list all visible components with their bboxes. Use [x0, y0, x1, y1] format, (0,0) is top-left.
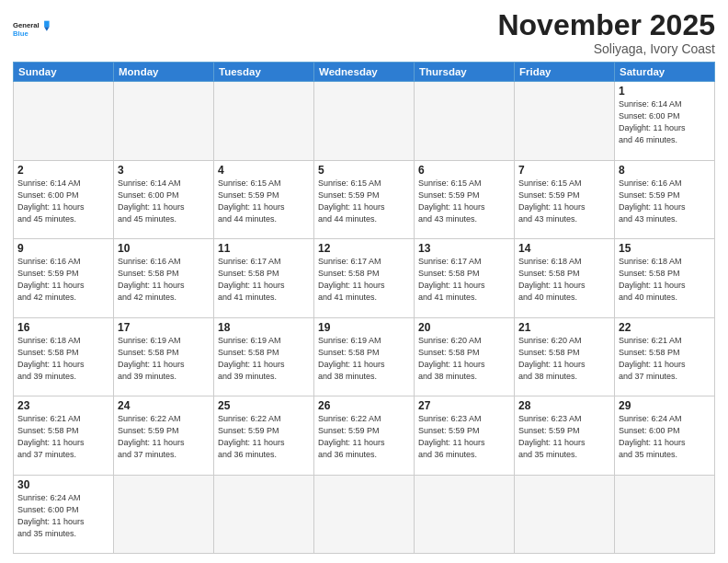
svg-marker-2 [44, 21, 50, 28]
day-number: 16 [17, 321, 109, 334]
day-info: Sunrise: 6:20 AM Sunset: 5:58 PM Dayligh… [418, 335, 510, 383]
table-row: 17Sunrise: 6:19 AM Sunset: 5:58 PM Dayli… [114, 317, 214, 396]
day-info: Sunrise: 6:17 AM Sunset: 5:58 PM Dayligh… [218, 256, 310, 304]
day-info: Sunrise: 6:14 AM Sunset: 6:00 PM Dayligh… [118, 178, 210, 225]
col-saturday: Saturday [615, 63, 715, 82]
day-info: Sunrise: 6:22 AM Sunset: 5:59 PM Dayligh… [218, 413, 310, 461]
svg-text:General: General [13, 21, 40, 29]
day-number: 2 [17, 164, 109, 177]
calendar-table: Sunday Monday Tuesday Wednesday Thursday… [13, 62, 715, 554]
day-number: 21 [518, 321, 610, 334]
day-number: 22 [619, 321, 711, 334]
day-number: 4 [218, 164, 310, 177]
table-row: 21Sunrise: 6:20 AM Sunset: 5:58 PM Dayli… [515, 317, 615, 396]
day-info: Sunrise: 6:24 AM Sunset: 6:00 PM Dayligh… [17, 492, 109, 540]
calendar-title: November 2025 [497, 9, 715, 41]
day-number: 15 [619, 242, 711, 255]
table-row: 15Sunrise: 6:18 AM Sunset: 5:58 PM Dayli… [615, 239, 715, 317]
day-info: Sunrise: 6:22 AM Sunset: 5:59 PM Dayligh… [318, 413, 410, 461]
table-row: 4Sunrise: 6:15 AM Sunset: 5:59 PM Daylig… [214, 160, 314, 238]
calendar-week-row: 30Sunrise: 6:24 AM Sunset: 6:00 PM Dayli… [14, 475, 715, 553]
table-row [214, 82, 314, 160]
table-row: 30Sunrise: 6:24 AM Sunset: 6:00 PM Dayli… [14, 475, 114, 553]
calendar-subtitle: Soliyaga, Ivory Coast [497, 41, 715, 56]
day-info: Sunrise: 6:20 AM Sunset: 5:58 PM Dayligh… [518, 335, 610, 383]
table-row: 18Sunrise: 6:19 AM Sunset: 5:58 PM Dayli… [214, 317, 314, 396]
generalblue-logo-icon: GeneralBlue [13, 13, 53, 46]
day-info: Sunrise: 6:15 AM Sunset: 5:59 PM Dayligh… [218, 178, 310, 225]
table-row: 5Sunrise: 6:15 AM Sunset: 5:59 PM Daylig… [314, 160, 415, 238]
header: GeneralBlue November 2025 Soliyaga, Ivor… [13, 9, 715, 56]
day-number: 28 [518, 399, 610, 412]
day-info: Sunrise: 6:17 AM Sunset: 5:58 PM Dayligh… [418, 256, 510, 304]
table-row [14, 82, 114, 160]
table-row: 6Sunrise: 6:15 AM Sunset: 5:59 PM Daylig… [415, 160, 515, 238]
day-info: Sunrise: 6:19 AM Sunset: 5:58 PM Dayligh… [318, 335, 410, 383]
col-sunday: Sunday [14, 63, 114, 82]
calendar-week-row: 2Sunrise: 6:14 AM Sunset: 6:00 PM Daylig… [14, 160, 715, 238]
day-number: 20 [418, 321, 510, 334]
table-row: 9Sunrise: 6:16 AM Sunset: 5:59 PM Daylig… [14, 239, 114, 317]
table-row: 11Sunrise: 6:17 AM Sunset: 5:58 PM Dayli… [214, 239, 314, 317]
table-row: 25Sunrise: 6:22 AM Sunset: 5:59 PM Dayli… [214, 396, 314, 475]
table-row [114, 475, 214, 553]
day-number: 13 [418, 242, 510, 255]
table-row: 19Sunrise: 6:19 AM Sunset: 5:58 PM Dayli… [314, 317, 415, 396]
table-row [314, 82, 415, 160]
table-row: 10Sunrise: 6:16 AM Sunset: 5:58 PM Dayli… [114, 239, 214, 317]
table-row: 20Sunrise: 6:20 AM Sunset: 5:58 PM Dayli… [415, 317, 515, 396]
page: GeneralBlue November 2025 Soliyaga, Ivor… [0, 0, 728, 563]
day-info: Sunrise: 6:18 AM Sunset: 5:58 PM Dayligh… [17, 335, 109, 383]
day-info: Sunrise: 6:16 AM Sunset: 5:59 PM Dayligh… [619, 178, 711, 225]
day-number: 7 [518, 164, 610, 177]
table-row [515, 475, 615, 553]
day-number: 3 [118, 164, 210, 177]
day-info: Sunrise: 6:15 AM Sunset: 5:59 PM Dayligh… [418, 178, 510, 225]
table-row [114, 82, 214, 160]
table-row: 8Sunrise: 6:16 AM Sunset: 5:59 PM Daylig… [615, 160, 715, 238]
day-number: 17 [118, 321, 210, 334]
table-row: 24Sunrise: 6:22 AM Sunset: 5:59 PM Dayli… [114, 396, 214, 475]
calendar-week-row: 9Sunrise: 6:16 AM Sunset: 5:59 PM Daylig… [14, 239, 715, 317]
table-row: 1Sunrise: 6:14 AM Sunset: 6:00 PM Daylig… [615, 82, 715, 160]
day-info: Sunrise: 6:22 AM Sunset: 5:59 PM Dayligh… [118, 413, 210, 461]
day-info: Sunrise: 6:18 AM Sunset: 5:58 PM Dayligh… [518, 256, 610, 304]
table-row: 23Sunrise: 6:21 AM Sunset: 5:58 PM Dayli… [14, 396, 114, 475]
day-info: Sunrise: 6:21 AM Sunset: 5:58 PM Dayligh… [17, 413, 109, 461]
table-row [214, 475, 314, 553]
table-row [415, 475, 515, 553]
day-number: 23 [17, 399, 109, 412]
day-info: Sunrise: 6:16 AM Sunset: 5:59 PM Dayligh… [17, 256, 109, 304]
day-number: 1 [619, 85, 711, 98]
day-number: 11 [218, 242, 310, 255]
day-number: 19 [318, 321, 410, 334]
logo: GeneralBlue [13, 13, 53, 46]
table-row [515, 82, 615, 160]
table-row: 12Sunrise: 6:17 AM Sunset: 5:58 PM Dayli… [314, 239, 415, 317]
calendar-week-row: 23Sunrise: 6:21 AM Sunset: 5:58 PM Dayli… [14, 396, 715, 475]
title-block: November 2025 Soliyaga, Ivory Coast [497, 9, 715, 56]
table-row: 16Sunrise: 6:18 AM Sunset: 5:58 PM Dayli… [14, 317, 114, 396]
day-info: Sunrise: 6:24 AM Sunset: 6:00 PM Dayligh… [619, 413, 711, 461]
day-info: Sunrise: 6:21 AM Sunset: 5:58 PM Dayligh… [619, 335, 711, 383]
table-row: 28Sunrise: 6:23 AM Sunset: 5:59 PM Dayli… [515, 396, 615, 475]
day-info: Sunrise: 6:23 AM Sunset: 5:59 PM Dayligh… [518, 413, 610, 461]
col-tuesday: Tuesday [214, 63, 314, 82]
col-wednesday: Wednesday [314, 63, 415, 82]
day-number: 8 [619, 164, 711, 177]
table-row: 14Sunrise: 6:18 AM Sunset: 5:58 PM Dayli… [515, 239, 615, 317]
table-row [415, 82, 515, 160]
day-number: 18 [218, 321, 310, 334]
day-info: Sunrise: 6:14 AM Sunset: 6:00 PM Dayligh… [17, 178, 109, 225]
day-info: Sunrise: 6:15 AM Sunset: 5:59 PM Dayligh… [318, 178, 410, 225]
table-row: 2Sunrise: 6:14 AM Sunset: 6:00 PM Daylig… [14, 160, 114, 238]
col-friday: Friday [515, 63, 615, 82]
day-number: 9 [17, 242, 109, 255]
day-number: 5 [318, 164, 410, 177]
calendar-week-row: 1Sunrise: 6:14 AM Sunset: 6:00 PM Daylig… [14, 82, 715, 160]
day-info: Sunrise: 6:17 AM Sunset: 5:58 PM Dayligh… [318, 256, 410, 304]
table-row: 27Sunrise: 6:23 AM Sunset: 5:59 PM Dayli… [415, 396, 515, 475]
day-number: 27 [418, 399, 510, 412]
day-info: Sunrise: 6:14 AM Sunset: 6:00 PM Dayligh… [619, 98, 711, 146]
day-number: 6 [418, 164, 510, 177]
